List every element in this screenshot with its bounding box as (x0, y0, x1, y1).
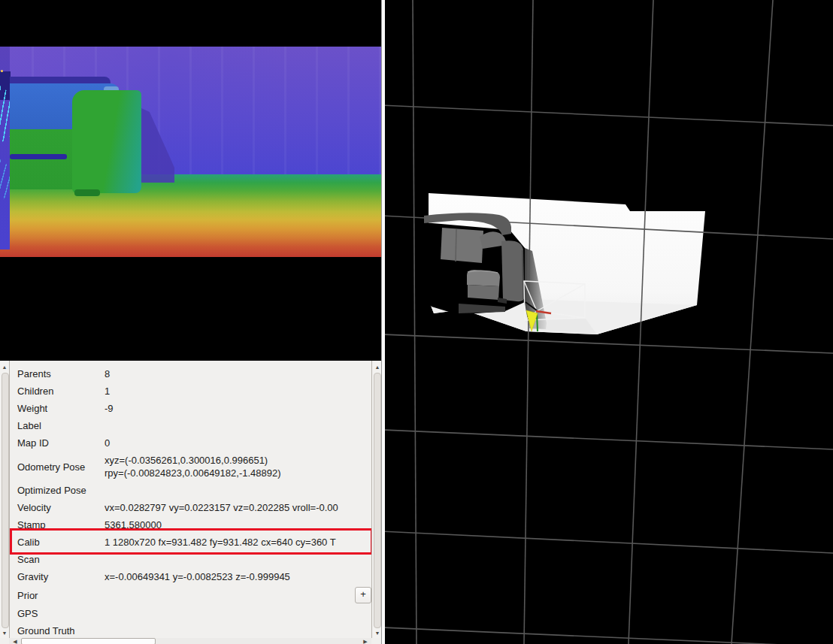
row-value: vx=0.0282797 vy=0.0223157 vz=0.202285 vr… (105, 501, 371, 514)
row-label: Label (17, 420, 105, 431)
scroll-right-icon[interactable]: ▶ (360, 638, 371, 644)
couch-mesh (424, 213, 525, 315)
map-3d-viewport[interactable] (385, 0, 833, 644)
couch-back-cushion (441, 228, 483, 263)
row-value: 1 (105, 385, 371, 398)
table-row: Ground Truth (9, 622, 371, 638)
table-row: Parents8 (9, 365, 371, 382)
row-value: 5361.580000 (105, 519, 371, 531)
row-label: Calib (17, 537, 105, 548)
row-label: GPS (17, 608, 105, 619)
row-value: x=-0.00649341 y=-0.0082523 z=-0.999945 (105, 570, 371, 583)
table-row: Calib1 1280x720 fx=931.482 fy=931.482 cx… (9, 534, 371, 551)
info-horizontal-scrollbar[interactable]: ◀ ▶ (9, 638, 371, 644)
row-label: Children (17, 385, 105, 397)
scrollbar-thumb[interactable] (21, 638, 156, 644)
table-row: Stamp5361.580000 (9, 516, 371, 534)
scrollbar-thumb[interactable] (2, 373, 9, 628)
scroll-up-icon[interactable]: ▲ (0, 362, 9, 372)
row-label: Ground Truth (17, 625, 105, 636)
depth-image-viewport[interactable] (0, 0, 382, 361)
left-panel: ▲ ▼ Parents8Children1Weight-9LabelMap ID… (0, 0, 382, 644)
depth-colormap-image (0, 47, 382, 257)
couch-cushion-seam (456, 229, 456, 262)
couch-armrest-body (468, 285, 499, 300)
scroll-down-icon[interactable]: ▼ (0, 628, 9, 638)
map-3d-scene (385, 0, 833, 644)
row-label: Odometry Pose (17, 461, 105, 473)
table-row: Scan (9, 551, 371, 568)
row-value: -9 (105, 402, 371, 415)
row-label: Gravity (17, 571, 105, 582)
row-label: Weight (17, 403, 105, 414)
depth-couch-seam (10, 154, 67, 159)
table-row: Odometry Posexyz=(-0.0356261,0.300016,0.… (9, 452, 371, 482)
row-value: 0 (105, 437, 371, 449)
scroll-left-icon[interactable]: ◀ (10, 638, 20, 644)
table-row: Optimized Pose (9, 482, 371, 499)
depth-couch-armrest (72, 90, 141, 193)
table-row: Velocityvx=0.0282797 vy=0.0223157 vz=0.2… (9, 499, 371, 516)
prior-expand-button[interactable]: + (355, 587, 371, 603)
depth-couch-foot-shadow (74, 189, 100, 196)
table-row: Gravityx=-0.00649341 y=-0.0082523 z=-0.9… (9, 568, 371, 585)
row-value: xyz=(-0.0356261,0.300016,0.996651) rpy=(… (105, 454, 371, 479)
axis-green (537, 313, 538, 331)
row-label: Parents (17, 368, 105, 379)
row-label: Map ID (17, 437, 105, 449)
couch-panel-edge (523, 250, 523, 299)
node-info-panel: ▲ ▼ Parents8Children1Weight-9LabelMap ID… (0, 361, 382, 644)
row-value: 8 (105, 367, 371, 380)
couch-side-panel (501, 240, 524, 301)
scrollbar-thumb[interactable] (374, 373, 381, 628)
table-row: Map ID0 (9, 434, 371, 452)
depth-noise-dot (1, 70, 3, 72)
row-label: Prior (17, 590, 105, 601)
row-label: Optimized Pose (17, 485, 105, 496)
database-viewer-window: ▲ ▼ Parents8Children1Weight-9LabelMap ID… (0, 0, 833, 644)
row-label: Velocity (17, 502, 105, 513)
table-row: GPS (9, 605, 371, 622)
table-row: Children1 (9, 382, 371, 400)
row-label: Scan (17, 554, 105, 565)
row-value: 1 1280x720 fx=931.482 fy=931.482 cx=640 … (105, 536, 371, 549)
depth-couch-seat (10, 129, 74, 189)
table-row: Prior+ (9, 585, 371, 605)
row-label: Stamp (17, 519, 105, 531)
table-row: Weight-9 (9, 400, 371, 417)
table-row: Label (9, 417, 371, 434)
info-table: Parents8Children1Weight-9LabelMap ID0Odo… (9, 361, 371, 638)
